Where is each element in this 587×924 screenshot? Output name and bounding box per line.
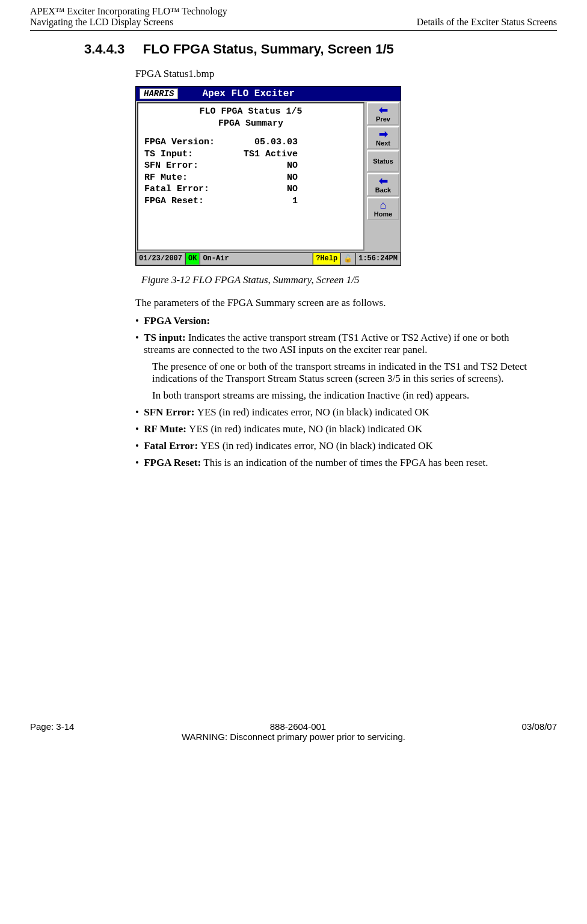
section-number: 3.4.4.3	[84, 41, 124, 57]
reset-label: FPGA Reset:	[144, 457, 203, 468]
lcd-sidebar: ⬅Prev ➡Next Status ⬅Back ⌂Home	[366, 101, 401, 252]
prev-label: Prev	[376, 115, 390, 123]
lcd-row: FPGA Version:05.03.03	[144, 136, 357, 148]
arrow-left-icon: ⬅	[368, 105, 398, 115]
status-date: 01/23/2007	[136, 252, 185, 265]
footer-docnum: 888-2604-001	[270, 721, 326, 732]
fatal-label: Fatal Error:	[144, 440, 200, 451]
ts-input-text: Indicates the active transport stream (T…	[144, 332, 509, 355]
lcd-value: 05.03.03	[235, 136, 298, 148]
intro-paragraph: The parameters of the FPGA Summary scree…	[135, 297, 533, 309]
lcd-row: Fatal Error:NO	[144, 183, 357, 195]
arrow-back-icon: ⬅	[368, 176, 398, 186]
bmp-filename: FPGA Status1.bmp	[135, 68, 533, 80]
fatal-text: YES (in red) indicates error, NO (in bla…	[200, 440, 432, 451]
list-item: FPGA Version:	[144, 315, 533, 327]
lcd-value: NO	[235, 183, 298, 195]
ts-input-sub1: The presence of one or both of the trans…	[152, 361, 533, 385]
reset-text: This is an indication of the number of t…	[203, 457, 488, 468]
header-subsection: Details of the Exciter Status Screens	[417, 17, 557, 28]
lcd-screen-title1: FLO FPGA Status 1/5	[144, 106, 357, 118]
status-onair: On-Air	[200, 252, 313, 265]
status-time: 1:56:24PM	[355, 252, 401, 265]
sfn-label: SFN Error:	[144, 406, 197, 418]
home-button[interactable]: ⌂Home	[367, 197, 399, 220]
list-item: FPGA Reset: This is an indication of the…	[144, 457, 533, 469]
lcd-label: SFN Error:	[144, 160, 235, 172]
fpga-version-label: FPGA Version:	[144, 315, 210, 326]
lcd-value: NO	[235, 172, 298, 184]
next-label: Next	[376, 139, 390, 147]
ts-input-sub2: In both transport streams are missing, t…	[152, 390, 533, 402]
next-button[interactable]: ➡Next	[367, 126, 399, 149]
status-button[interactable]: Status	[367, 150, 399, 172]
lcd-value: 1	[235, 195, 298, 207]
lcd-screen-title2: FPGA Summary	[144, 118, 357, 130]
footer-page: Page: 3-14	[30, 721, 74, 732]
status-label: Status	[373, 158, 393, 165]
lcd-value: NO	[235, 160, 298, 172]
lcd-label: FPGA Version:	[144, 136, 235, 148]
figure-caption: Figure 3-12 FLO FPGA Status, Summary, Sc…	[141, 274, 533, 286]
back-button[interactable]: ⬅Back	[367, 173, 399, 196]
page-header: APEX™ Exciter Incorporating FLO™ Technol…	[30, 0, 557, 31]
rf-text: YES (in red) indicates mute, NO (in blac…	[189, 423, 422, 435]
header-product: APEX™ Exciter Incorporating FLO™ Technol…	[30, 6, 227, 17]
list-item: RF Mute: YES (in red) indicates mute, NO…	[144, 423, 533, 435]
prev-button[interactable]: ⬅Prev	[367, 102, 399, 125]
back-label: Back	[375, 186, 391, 194]
lcd-label: TS Input:	[144, 148, 235, 161]
lcd-titlebar: HARRIS Apex FLO Exciter	[136, 87, 401, 101]
lcd-screenshot: HARRIS Apex FLO Exciter FLO FPGA Status …	[135, 86, 533, 266]
home-label: Home	[374, 210, 393, 218]
footer-warning: WARNING: Disconnect primary power prior …	[30, 732, 557, 742]
lcd-title: Apex FLO Exciter	[202, 88, 295, 99]
lcd-row: FPGA Reset:1	[144, 195, 357, 207]
section-title-text: FLO FPGA Status, Summary, Screen 1/5	[143, 41, 394, 57]
arrow-right-icon: ➡	[368, 129, 398, 139]
list-item: TS input: Indicates the active transport…	[144, 332, 533, 402]
list-item: Fatal Error: YES (in red) indicates erro…	[144, 440, 533, 452]
sfn-text: YES (in red) indicates error, NO (in bla…	[197, 406, 429, 418]
lcd-row: SFN Error:NO	[144, 160, 357, 172]
rf-label: RF Mute:	[144, 423, 189, 435]
ts-input-label: TS input:	[144, 332, 188, 343]
lcd-value: TS1 Active	[235, 148, 298, 161]
list-item: SFN Error: YES (in red) indicates error,…	[144, 406, 533, 418]
lcd-row: RF Mute:NO	[144, 172, 357, 184]
status-help[interactable]: ?Help	[313, 252, 340, 265]
lcd-logo: HARRIS	[140, 88, 178, 99]
section-heading: 3.4.4.3 FLO FPGA Status, Summary, Screen…	[84, 41, 557, 57]
page-footer: Page: 3-14 888-2604-001 03/08/07 WARNING…	[30, 721, 557, 742]
lcd-main-area: FLO FPGA Status 1/5 FPGA Summary FPGA Ve…	[137, 102, 364, 251]
home-icon: ⌂	[368, 200, 398, 210]
lcd-statusbar: 01/23/2007 OK On-Air ?Help 🔓 1:56:24PM	[136, 252, 401, 265]
lcd-label: Fatal Error:	[144, 183, 235, 195]
lcd-row: TS Input:TS1 Active	[144, 148, 357, 161]
lcd-label: FPGA Reset:	[144, 195, 235, 207]
parameter-list: FPGA Version: TS input: Indicates the ac…	[135, 315, 533, 469]
footer-date: 03/08/07	[522, 721, 557, 732]
lcd-label: RF Mute:	[144, 172, 235, 184]
status-lock-icon: 🔓	[340, 252, 355, 265]
status-ok: OK	[185, 252, 200, 265]
header-section: Navigating the LCD Display Screens	[30, 17, 227, 28]
